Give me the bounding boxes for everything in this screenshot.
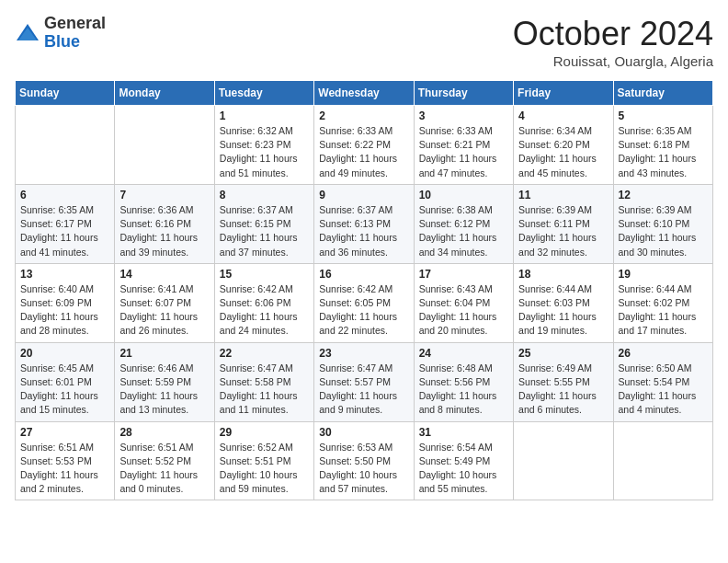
calendar-cell: 3Sunrise: 6:33 AM Sunset: 6:21 PM Daylig… (414, 106, 513, 185)
day-info: Sunrise: 6:39 AM Sunset: 6:11 PM Dayligh… (518, 203, 608, 259)
day-info: Sunrise: 6:47 AM Sunset: 5:57 PM Dayligh… (319, 362, 408, 418)
calendar-cell (115, 106, 214, 185)
day-info: Sunrise: 6:39 AM Sunset: 6:10 PM Dayligh… (619, 203, 708, 259)
day-info: Sunrise: 6:50 AM Sunset: 5:54 PM Dayligh… (619, 362, 708, 418)
day-number: 28 (119, 426, 209, 439)
calendar-cell: 11Sunrise: 6:39 AM Sunset: 6:11 PM Dayli… (514, 184, 613, 263)
day-number: 1 (220, 109, 309, 122)
day-info: Sunrise: 6:35 AM Sunset: 6:18 PM Dayligh… (619, 124, 708, 180)
day-info: Sunrise: 6:42 AM Sunset: 6:05 PM Dayligh… (319, 282, 408, 339)
calendar-cell: 24Sunrise: 6:48 AM Sunset: 5:56 PM Dayli… (414, 342, 513, 421)
page-header: General Blue October 2024 Rouissat, Ouar… (15, 15, 713, 69)
day-number: 15 (220, 268, 309, 281)
day-number: 21 (119, 347, 209, 360)
day-info: Sunrise: 6:44 AM Sunset: 6:03 PM Dayligh… (518, 282, 608, 339)
day-number: 8 (220, 189, 309, 201)
calendar-cell: 18Sunrise: 6:44 AM Sunset: 6:03 PM Dayli… (514, 263, 613, 342)
day-info: Sunrise: 6:43 AM Sunset: 6:04 PM Dayligh… (419, 282, 508, 339)
day-number: 7 (119, 189, 209, 201)
day-info: Sunrise: 6:53 AM Sunset: 5:50 PM Dayligh… (319, 441, 408, 497)
calendar-cell: 6Sunrise: 6:35 AM Sunset: 6:17 PM Daylig… (16, 184, 115, 263)
day-number: 23 (319, 347, 408, 360)
calendar-cell: 4Sunrise: 6:34 AM Sunset: 6:20 PM Daylig… (514, 106, 613, 185)
day-number: 20 (20, 347, 109, 360)
calendar-cell (514, 421, 613, 500)
calendar-cell: 8Sunrise: 6:37 AM Sunset: 6:15 PM Daylig… (214, 184, 313, 263)
calendar-cell: 25Sunrise: 6:49 AM Sunset: 5:55 PM Dayli… (514, 342, 613, 421)
day-info: Sunrise: 6:41 AM Sunset: 6:07 PM Dayligh… (119, 282, 209, 339)
calendar-cell: 9Sunrise: 6:37 AM Sunset: 6:13 PM Daylig… (314, 184, 414, 263)
calendar-cell: 17Sunrise: 6:43 AM Sunset: 6:04 PM Dayli… (414, 263, 513, 342)
day-info: Sunrise: 6:37 AM Sunset: 6:13 PM Dayligh… (319, 203, 408, 259)
calendar-cell: 27Sunrise: 6:51 AM Sunset: 5:53 PM Dayli… (16, 421, 115, 500)
day-info: Sunrise: 6:38 AM Sunset: 6:12 PM Dayligh… (419, 203, 508, 259)
day-number: 14 (119, 268, 209, 281)
day-info: Sunrise: 6:34 AM Sunset: 6:20 PM Dayligh… (518, 124, 608, 180)
day-number: 13 (20, 268, 109, 281)
title-block: October 2024 Rouissat, Ouargla, Algeria (513, 15, 713, 69)
calendar-cell: 23Sunrise: 6:47 AM Sunset: 5:57 PM Dayli… (314, 342, 414, 421)
day-number: 18 (518, 268, 608, 281)
day-number: 31 (419, 426, 508, 439)
logo: General Blue (15, 15, 106, 52)
day-number: 2 (319, 109, 408, 122)
logo-blue-text: Blue (44, 32, 80, 51)
day-number: 29 (220, 426, 309, 439)
calendar-body: 1Sunrise: 6:32 AM Sunset: 6:23 PM Daylig… (16, 106, 713, 500)
day-info: Sunrise: 6:44 AM Sunset: 6:02 PM Dayligh… (619, 282, 708, 339)
weekday-header-saturday: Saturday (613, 81, 712, 106)
day-info: Sunrise: 6:32 AM Sunset: 6:23 PM Dayligh… (220, 124, 309, 180)
calendar-cell: 29Sunrise: 6:52 AM Sunset: 5:51 PM Dayli… (214, 421, 313, 500)
weekday-header-monday: Monday (115, 81, 214, 106)
calendar-header-row: SundayMondayTuesdayWednesdayThursdayFrid… (16, 81, 713, 106)
calendar-cell: 26Sunrise: 6:50 AM Sunset: 5:54 PM Dayli… (613, 342, 712, 421)
calendar-cell: 15Sunrise: 6:42 AM Sunset: 6:06 PM Dayli… (214, 263, 313, 342)
logo-general-text: General (44, 14, 106, 32)
day-info: Sunrise: 6:52 AM Sunset: 5:51 PM Dayligh… (220, 441, 309, 497)
calendar-table: SundayMondayTuesdayWednesdayThursdayFrid… (15, 80, 713, 500)
day-number: 4 (518, 109, 608, 122)
calendar-week-row: 13Sunrise: 6:40 AM Sunset: 6:09 PM Dayli… (16, 263, 713, 342)
day-info: Sunrise: 6:51 AM Sunset: 5:53 PM Dayligh… (20, 441, 109, 497)
day-number: 12 (619, 189, 708, 201)
calendar-cell: 22Sunrise: 6:47 AM Sunset: 5:58 PM Dayli… (214, 342, 313, 421)
weekday-header-tuesday: Tuesday (214, 81, 313, 106)
calendar-cell: 19Sunrise: 6:44 AM Sunset: 6:02 PM Dayli… (613, 263, 712, 342)
weekday-header-wednesday: Wednesday (314, 81, 414, 106)
day-number: 19 (619, 268, 708, 281)
calendar-cell: 5Sunrise: 6:35 AM Sunset: 6:18 PM Daylig… (613, 106, 712, 185)
day-number: 6 (20, 189, 109, 201)
calendar-cell: 16Sunrise: 6:42 AM Sunset: 6:05 PM Dayli… (314, 263, 414, 342)
day-info: Sunrise: 6:46 AM Sunset: 5:59 PM Dayligh… (119, 362, 209, 418)
calendar-cell: 1Sunrise: 6:32 AM Sunset: 6:23 PM Daylig… (214, 106, 313, 185)
calendar-cell: 21Sunrise: 6:46 AM Sunset: 5:59 PM Dayli… (115, 342, 214, 421)
calendar-cell: 31Sunrise: 6:54 AM Sunset: 5:49 PM Dayli… (414, 421, 513, 500)
day-number: 3 (419, 109, 508, 122)
weekday-header-sunday: Sunday (16, 81, 115, 106)
day-number: 30 (319, 426, 408, 439)
day-info: Sunrise: 6:33 AM Sunset: 6:22 PM Dayligh… (319, 124, 408, 180)
day-info: Sunrise: 6:47 AM Sunset: 5:58 PM Dayligh… (220, 362, 309, 418)
day-info: Sunrise: 6:35 AM Sunset: 6:17 PM Dayligh… (20, 203, 109, 259)
day-number: 24 (419, 347, 508, 360)
logo-icon (15, 20, 40, 46)
day-info: Sunrise: 6:37 AM Sunset: 6:15 PM Dayligh… (220, 203, 309, 259)
calendar-cell: 13Sunrise: 6:40 AM Sunset: 6:09 PM Dayli… (16, 263, 115, 342)
day-number: 26 (619, 347, 708, 360)
calendar-cell: 2Sunrise: 6:33 AM Sunset: 6:22 PM Daylig… (314, 106, 414, 185)
day-info: Sunrise: 6:33 AM Sunset: 6:21 PM Dayligh… (419, 124, 508, 180)
calendar-cell: 20Sunrise: 6:45 AM Sunset: 6:01 PM Dayli… (16, 342, 115, 421)
day-info: Sunrise: 6:40 AM Sunset: 6:09 PM Dayligh… (20, 282, 109, 339)
weekday-header-friday: Friday (514, 81, 613, 106)
day-info: Sunrise: 6:48 AM Sunset: 5:56 PM Dayligh… (419, 362, 508, 418)
calendar-week-row: 27Sunrise: 6:51 AM Sunset: 5:53 PM Dayli… (16, 421, 713, 500)
day-info: Sunrise: 6:42 AM Sunset: 6:06 PM Dayligh… (220, 282, 309, 339)
day-number: 11 (518, 189, 608, 201)
day-number: 17 (419, 268, 508, 281)
month-title: October 2024 (513, 15, 713, 53)
day-number: 5 (619, 109, 708, 122)
calendar-cell (613, 421, 712, 500)
calendar-week-row: 1Sunrise: 6:32 AM Sunset: 6:23 PM Daylig… (16, 106, 713, 185)
calendar-week-row: 6Sunrise: 6:35 AM Sunset: 6:17 PM Daylig… (16, 184, 713, 263)
day-number: 10 (419, 189, 508, 201)
